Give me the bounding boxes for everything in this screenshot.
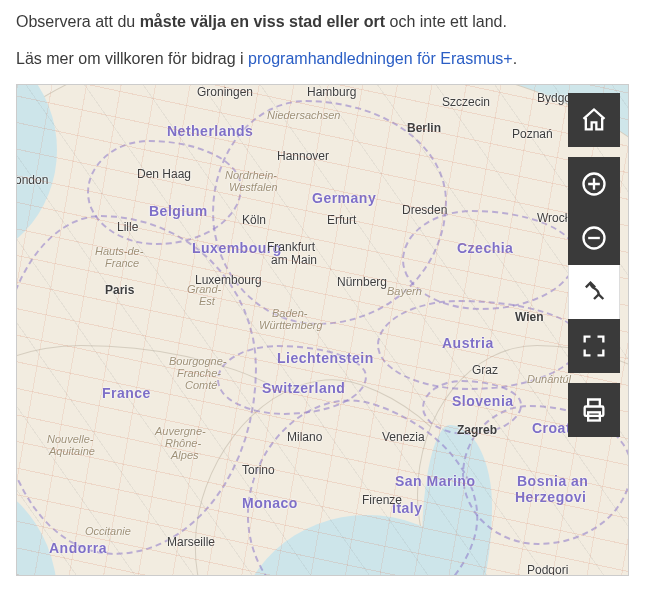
- erasmus-guide-link[interactable]: programhandledningen för Erasmus+: [248, 50, 513, 67]
- read-more-post: .: [513, 50, 517, 67]
- map-controls: [568, 93, 620, 437]
- read-more-pre: Läs mer om villkoren för bidrag i: [16, 50, 248, 67]
- notice-pre: Observera att du: [16, 13, 140, 30]
- map-container[interactable]: NetherlandsBelgiumLuxembourgGermanyCzech…: [16, 84, 629, 576]
- read-more-text: Läs mer om villkoren för bidrag i progra…: [16, 47, 629, 70]
- home-icon: [580, 106, 608, 134]
- home-button[interactable]: [568, 93, 620, 147]
- notice-text: Observera att du måste välja en viss sta…: [16, 10, 629, 33]
- map-canvas[interactable]: NetherlandsBelgiumLuxembourgGermanyCzech…: [17, 85, 628, 575]
- control-gap-2: [568, 373, 620, 383]
- fullscreen-icon: [580, 332, 608, 360]
- directions-icon: [580, 278, 608, 306]
- control-gap: [568, 147, 620, 157]
- plus-circle-icon: [580, 170, 608, 198]
- fullscreen-button[interactable]: [568, 319, 620, 373]
- directions-button[interactable]: [568, 265, 620, 319]
- print-icon: [580, 396, 608, 424]
- notice-bold: måste välja en viss stad eller ort: [140, 13, 385, 30]
- zoom-in-button[interactable]: [568, 157, 620, 211]
- minus-circle-icon: [580, 224, 608, 252]
- print-button[interactable]: [568, 383, 620, 437]
- notice-post: och inte ett land.: [385, 13, 507, 30]
- zoom-out-button[interactable]: [568, 211, 620, 265]
